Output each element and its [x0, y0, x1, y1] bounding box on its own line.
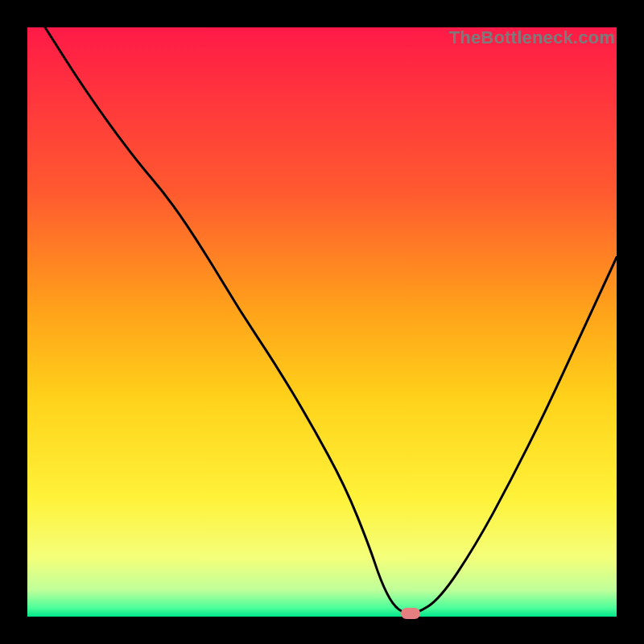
- chart-background: [27, 27, 617, 617]
- watermark-text: TheBottleneck.com: [449, 27, 615, 48]
- chart-frame: TheBottleneck.com: [27, 27, 617, 617]
- chart-svg: [27, 27, 617, 617]
- optimal-marker: [401, 608, 420, 619]
